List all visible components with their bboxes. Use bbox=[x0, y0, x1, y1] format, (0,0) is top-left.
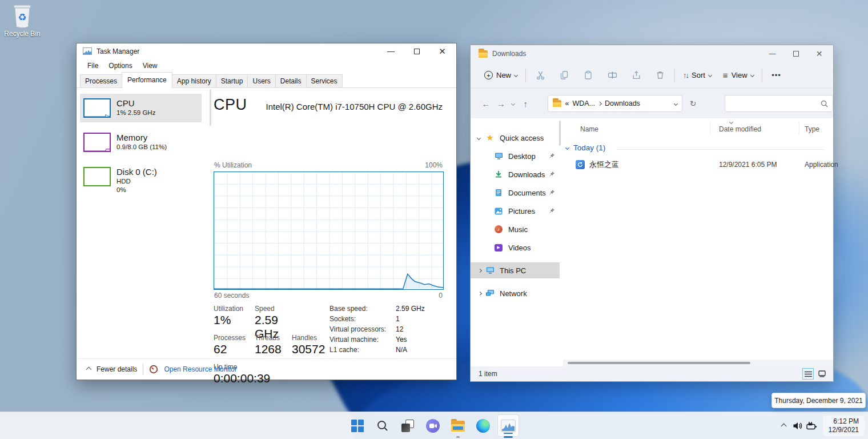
chevron-up-icon bbox=[86, 366, 92, 372]
cut-button[interactable] bbox=[531, 67, 550, 84]
task-manager-titlebar[interactable]: Task Manager — ✕ bbox=[77, 43, 456, 59]
breadcrumb-current[interactable]: Downloads bbox=[605, 99, 640, 107]
fewer-details-button[interactable]: Fewer details bbox=[97, 365, 137, 373]
column-header-date-modified[interactable]: Date modified bbox=[719, 125, 761, 133]
hidden-icons-chevron[interactable] bbox=[777, 412, 791, 439]
sidebar-item-network[interactable]: Network bbox=[471, 285, 560, 301]
chat-button[interactable] bbox=[420, 412, 445, 439]
start-button[interactable] bbox=[345, 412, 370, 439]
copy-button[interactable] bbox=[554, 67, 574, 84]
breadcrumb-root[interactable]: WDA... bbox=[572, 99, 595, 107]
chevron-right-icon bbox=[478, 268, 482, 272]
file-row[interactable]: 永恒之蓝 12/9/2021 6:05 PM Application bbox=[563, 157, 833, 172]
l1-cache-value: N/A bbox=[396, 346, 407, 356]
task-view-button[interactable] bbox=[395, 412, 420, 439]
back-icon[interactable]: ← bbox=[479, 95, 493, 111]
sidebar-item-videos[interactable]: ▶ Videos bbox=[471, 240, 560, 256]
minimize-icon[interactable]: — bbox=[761, 45, 784, 62]
sidebar-item-quick-access[interactable]: ★ Quick access bbox=[471, 130, 560, 146]
details-view-toggle[interactable] bbox=[802, 368, 814, 380]
breadcrumb-collapsed[interactable]: « bbox=[565, 99, 569, 107]
task-manager-app-icon bbox=[83, 47, 92, 55]
sidebar-item-downloads[interactable]: Downloads bbox=[471, 166, 560, 182]
share-button[interactable] bbox=[626, 67, 646, 84]
search-input[interactable] bbox=[730, 99, 821, 107]
this-pc-icon bbox=[485, 266, 495, 275]
paste-button[interactable] bbox=[578, 67, 598, 84]
open-resource-monitor-link[interactable]: Open Resource Monitor bbox=[164, 365, 236, 373]
large-icons-view-toggle[interactable] bbox=[816, 368, 827, 380]
view-button[interactable]: ≡ View bbox=[720, 70, 757, 80]
tab-users[interactable]: Users bbox=[247, 74, 275, 88]
delete-button[interactable] bbox=[650, 67, 670, 84]
sidebar-item-memory[interactable]: Memory 0.9/8.0 GB (11%) bbox=[80, 128, 202, 157]
axis-label-0: 0 bbox=[439, 292, 443, 300]
disk-detail2: 0% bbox=[116, 186, 157, 194]
maximize-icon[interactable] bbox=[784, 45, 807, 62]
close-icon[interactable]: ✕ bbox=[807, 45, 831, 62]
network-icon bbox=[485, 289, 495, 298]
scrollbar-thumb[interactable] bbox=[568, 362, 750, 364]
handles-value: 30572 bbox=[292, 342, 325, 356]
cpu-usage-chart[interactable] bbox=[214, 171, 444, 290]
utilization-label: Utilization bbox=[214, 305, 243, 313]
horizontal-scrollbar[interactable] bbox=[563, 360, 833, 366]
menu-file[interactable]: File bbox=[82, 60, 103, 71]
tab-details[interactable]: Details bbox=[275, 74, 307, 88]
tab-startup[interactable]: Startup bbox=[216, 74, 248, 88]
sidebar-item-cpu[interactable]: CPU 1% 2.59 GHz bbox=[80, 94, 202, 122]
performance-main-panel: CPU Intel(R) Core(TM) i7-10750H CPU @ 2.… bbox=[212, 88, 456, 358]
sidebar-item-disk[interactable]: Disk 0 (C:) HDD 0% bbox=[80, 162, 202, 199]
sidebar-item-desktop[interactable]: Desktop bbox=[471, 148, 560, 164]
application-file-icon bbox=[576, 160, 585, 169]
sidebar-item-pictures[interactable]: Pictures bbox=[471, 203, 560, 219]
column-header-name[interactable]: Name bbox=[580, 125, 598, 133]
volume-icon[interactable] bbox=[791, 412, 805, 439]
sort-direction-icon bbox=[729, 120, 733, 124]
sockets-value: 1 bbox=[396, 315, 400, 325]
tab-app-history[interactable]: App history bbox=[172, 74, 216, 88]
task-manager-button[interactable] bbox=[496, 412, 521, 439]
group-header-today[interactable]: Today (1) bbox=[566, 143, 605, 152]
address-bar[interactable]: « WDA... Downloads bbox=[548, 95, 682, 112]
recent-locations-icon[interactable] bbox=[508, 95, 518, 111]
maximize-icon[interactable] bbox=[404, 43, 429, 59]
edge-icon bbox=[476, 419, 490, 433]
menu-view[interactable]: View bbox=[138, 60, 163, 71]
tab-performance[interactable]: Performance bbox=[122, 72, 172, 88]
new-button[interactable]: + New bbox=[481, 71, 521, 79]
column-header-type[interactable]: Type bbox=[805, 125, 819, 133]
file-explorer-button[interactable] bbox=[445, 412, 471, 439]
file-explorer-titlebar[interactable]: Downloads — ✕ bbox=[471, 45, 833, 62]
task-manager-menubar: File Options View bbox=[77, 59, 456, 72]
file-explorer-title: Downloads bbox=[492, 50, 526, 58]
more-options-icon[interactable]: ••• bbox=[767, 67, 786, 84]
tab-services[interactable]: Services bbox=[306, 74, 343, 88]
divider bbox=[617, 149, 824, 150]
tab-processes[interactable]: Processes bbox=[80, 74, 122, 88]
virtual-processors-value: 12 bbox=[396, 325, 403, 336]
forward-icon[interactable]: → bbox=[493, 95, 508, 111]
scrollbar[interactable] bbox=[210, 89, 211, 126]
recycle-bin-shortcut[interactable]: ♻ Recycle Bin bbox=[1, 3, 43, 38]
l1-cache-label: L1 cache: bbox=[329, 346, 396, 356]
taskbar-clock[interactable]: 6:12 PM 12/9/2021 bbox=[823, 416, 865, 436]
menu-options[interactable]: Options bbox=[103, 60, 137, 71]
chevron-down-icon[interactable] bbox=[674, 101, 678, 105]
refresh-icon[interactable]: ↻ bbox=[686, 95, 701, 111]
sort-button[interactable]: ↑↓ Sort bbox=[680, 71, 715, 79]
up-icon[interactable]: ↑ bbox=[518, 95, 533, 111]
sidebar-item-this-pc[interactable]: This PC bbox=[471, 262, 560, 278]
search-button[interactable] bbox=[370, 412, 395, 439]
view-icon: ≡ bbox=[723, 70, 728, 80]
file-explorer-window: Downloads — ✕ + New ↑↓ Sort bbox=[470, 45, 834, 382]
close-icon[interactable]: ✕ bbox=[429, 43, 455, 59]
sidebar-item-music[interactable]: ♪ Music bbox=[471, 221, 560, 237]
minimize-icon[interactable]: — bbox=[378, 43, 404, 59]
search-box[interactable] bbox=[725, 95, 833, 112]
memory-label: Memory bbox=[116, 133, 167, 143]
battery-icon[interactable] bbox=[805, 412, 818, 439]
rename-button[interactable] bbox=[602, 67, 622, 84]
sidebar-item-documents[interactable]: Documents bbox=[471, 185, 560, 201]
edge-button[interactable] bbox=[471, 412, 496, 439]
